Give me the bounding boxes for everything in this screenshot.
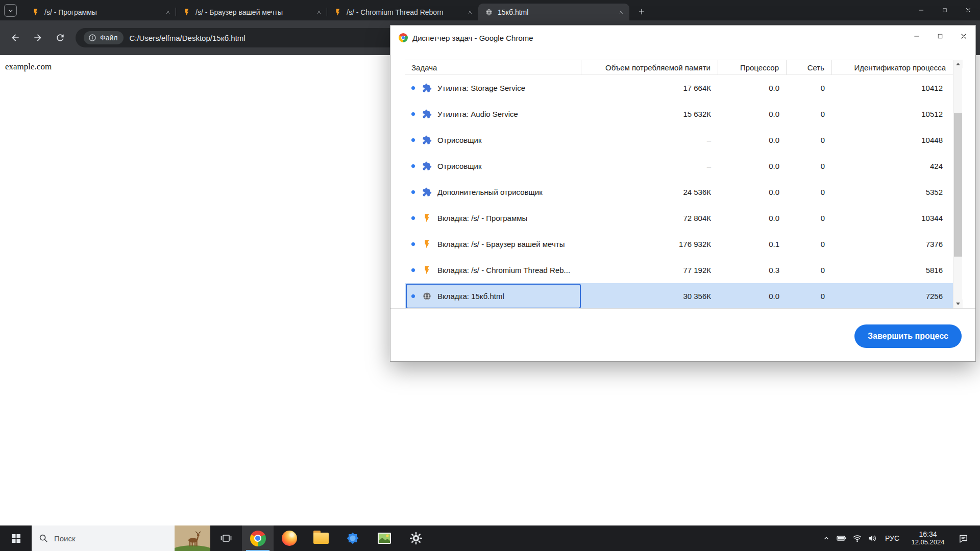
battery-indicator[interactable] xyxy=(834,534,849,543)
process-row[interactable]: Отрисовщик – 0.0 0 10448 xyxy=(405,127,953,153)
taskbar: Поиск xyxy=(0,525,980,551)
speaker-icon xyxy=(868,534,877,543)
memory-cell: 30 356К xyxy=(581,292,718,300)
process-row[interactable]: Дополнительный отрисовщик 24 536К 0.0 0 … xyxy=(405,179,953,205)
maximize-icon xyxy=(937,33,944,40)
pid-cell: 5352 xyxy=(832,188,953,196)
memory-cell: 176 932К xyxy=(581,240,718,248)
lightning-icon xyxy=(334,8,342,16)
lightning-icon xyxy=(422,239,432,249)
file-chip-label: Файл xyxy=(100,34,117,42)
process-name: Отрисовщик xyxy=(437,162,482,170)
task-view-button[interactable] xyxy=(210,525,242,551)
language-indicator[interactable]: РУС xyxy=(880,534,904,542)
taskbar-settings-icon[interactable] xyxy=(400,525,432,551)
process-name: Вкладка: 15кб.html xyxy=(437,292,504,300)
globe-icon xyxy=(422,291,432,301)
cpu-cell: 0.3 xyxy=(718,266,787,274)
process-row[interactable]: Вкладка: /s/ - Chromium Thread Reb... 77… xyxy=(405,257,953,283)
task-manager-titlebar[interactable]: Диспетчер задач - Google Chrome xyxy=(390,26,975,50)
process-row-selected[interactable]: Вкладка: 15кб.html 30 356К 0.0 0 7256 xyxy=(405,283,953,309)
taskbar-search-box[interactable]: Поиск xyxy=(32,525,210,551)
maximize-icon xyxy=(942,7,948,13)
tab-programs[interactable]: /s/ - Программы xyxy=(25,4,176,20)
close-icon xyxy=(965,7,972,14)
back-button[interactable] xyxy=(4,27,27,49)
process-row[interactable]: Вкладка: /s/ - Программы 72 804К 0.0 0 1… xyxy=(405,205,953,231)
network-cell: 0 xyxy=(787,84,832,92)
process-row[interactable]: Утилита: Storage Service 17 664К 0.0 0 1… xyxy=(405,75,953,101)
tab-close-icon[interactable] xyxy=(163,8,172,16)
hidden-icons-button[interactable] xyxy=(819,535,834,542)
browser-minimize-button[interactable] xyxy=(910,0,933,20)
network-cell: 0 xyxy=(787,266,832,274)
clock-date: 12.05.2024 xyxy=(911,538,944,546)
process-name: Дополнительный отрисовщик xyxy=(437,188,543,196)
notification-icon xyxy=(959,534,968,543)
process-task-cell: Вкладка: /s/ - Программы xyxy=(405,205,581,231)
volume-indicator[interactable] xyxy=(865,534,880,543)
system-tray: РУС 16:34 12.05.2024 xyxy=(819,525,980,551)
tm-minimize-button[interactable] xyxy=(905,26,928,47)
puzzle-icon xyxy=(422,109,432,119)
status-dot xyxy=(411,190,415,194)
network-cell: 0 xyxy=(787,188,832,196)
column-header-network[interactable]: Сеть xyxy=(787,60,832,74)
status-dot xyxy=(411,242,415,246)
tm-close-button[interactable] xyxy=(952,26,975,47)
new-tab-button[interactable] xyxy=(634,5,649,19)
taskbar-clock[interactable]: 16:34 12.05.2024 xyxy=(904,530,951,546)
scroll-up-button[interactable] xyxy=(953,60,963,68)
scroll-down-button[interactable] xyxy=(953,299,963,308)
taskbar-photos-icon[interactable] xyxy=(369,525,400,551)
table-scrollbar[interactable] xyxy=(953,60,962,308)
network-cell: 0 xyxy=(787,110,832,118)
process-task-cell: Отрисовщик xyxy=(405,153,581,179)
status-dot xyxy=(411,164,415,168)
column-header-cpu[interactable]: Процессор xyxy=(718,60,787,74)
action-center-button[interactable] xyxy=(951,534,975,543)
network-indicator[interactable] xyxy=(849,534,865,543)
forward-button[interactable] xyxy=(27,27,49,49)
task-view-icon xyxy=(220,532,232,544)
info-icon xyxy=(88,34,96,42)
pid-cell: 10448 xyxy=(832,136,953,144)
column-header-task[interactable]: Задача xyxy=(405,60,581,74)
process-row[interactable]: Отрисовщик – 0.0 0 424 xyxy=(405,153,953,179)
pid-cell: 10512 xyxy=(832,110,953,118)
tab-title: /s/ - Программы xyxy=(44,8,159,16)
file-scheme-chip[interactable]: Файл xyxy=(84,31,124,44)
taskbar-chrome-icon[interactable] xyxy=(242,525,274,551)
taskbar-explorer-icon[interactable] xyxy=(305,525,337,551)
start-button[interactable] xyxy=(0,525,32,551)
taskbar-firefox-icon[interactable] xyxy=(274,525,305,551)
process-name: Вкладка: /s/ - Программы xyxy=(437,214,527,222)
reload-button[interactable] xyxy=(49,27,71,49)
minimize-icon xyxy=(913,32,921,40)
tab-chromium-thread[interactable]: /s/ - Chromium Thread Reborn xyxy=(327,4,478,20)
tab-dream-browser[interactable]: /s/ - Браузер вашей мечты xyxy=(176,4,327,20)
cpu-cell: 0.0 xyxy=(718,292,787,300)
memory-cell: 15 632К xyxy=(581,110,718,118)
column-header-memory[interactable]: Объем потребляемой памяти xyxy=(581,60,718,74)
desktop-screen: /s/ - Программы /s/ - Браузер вашей мечт… xyxy=(0,0,980,551)
taskbar-blue-app-icon[interactable] xyxy=(337,525,369,551)
tab-search-button[interactable] xyxy=(4,4,17,17)
blue-star-icon xyxy=(345,531,360,546)
tab-15kb-active[interactable]: 15кб.html xyxy=(478,4,629,20)
scrollbar-thumb[interactable] xyxy=(954,113,962,257)
browser-close-button[interactable] xyxy=(957,0,980,20)
process-row[interactable]: Утилита: Audio Service 15 632К 0.0 0 105… xyxy=(405,101,953,127)
process-row[interactable]: Вкладка: /s/ - Браузер вашей мечты 176 9… xyxy=(405,231,953,257)
pid-cell: 424 xyxy=(832,162,953,170)
process-table: Задача Объем потребляемой памяти Процесс… xyxy=(405,60,953,309)
tm-maximize-button[interactable] xyxy=(928,26,952,47)
tab-close-icon[interactable] xyxy=(617,8,625,16)
tab-close-icon[interactable] xyxy=(314,8,323,16)
end-process-button[interactable]: Завершить процесс xyxy=(854,324,962,348)
column-header-pid[interactable]: Идентификатор процесса xyxy=(832,60,953,74)
browser-maximize-button[interactable] xyxy=(933,0,957,20)
search-highlight-image[interactable] xyxy=(175,525,210,551)
tab-close-icon[interactable] xyxy=(465,8,474,16)
forward-icon xyxy=(33,33,43,43)
